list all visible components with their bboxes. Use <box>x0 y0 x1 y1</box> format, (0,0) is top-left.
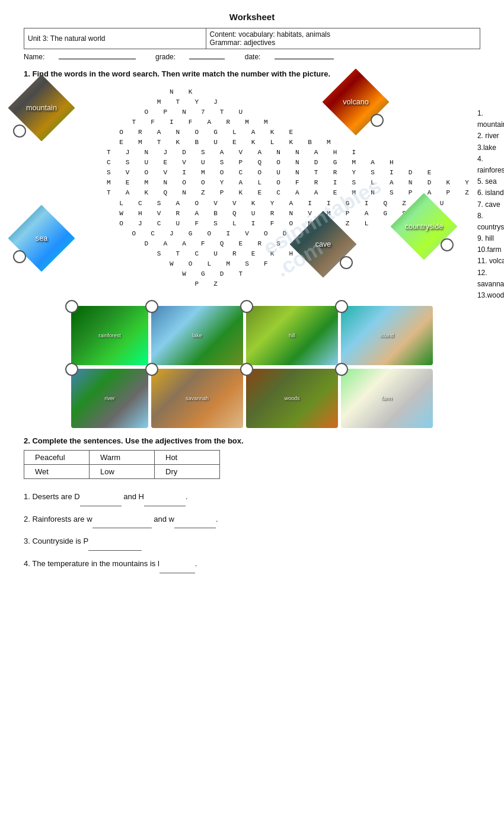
header-table: Unit 3: The natural world Content: vocab… <box>24 28 480 49</box>
header-unit: Unit 3: The natural world <box>24 28 206 49</box>
sentence-2: 2. Rainforests are w and w . <box>24 511 480 529</box>
adj-low: Low <box>90 465 155 479</box>
grade-field[interactable] <box>189 59 225 59</box>
vocab-item: 11. volcano <box>477 256 504 267</box>
circle-bullet-3 <box>371 114 384 127</box>
section1-instruction: 1. Find the words in the word search. Th… <box>24 69 480 78</box>
island-image: island <box>341 306 433 365</box>
vocab-item: 10.farm <box>477 244 504 256</box>
word-search-grid: N K M T Y J O P N 7 T U T F I F A R M M … <box>107 87 471 289</box>
blank-dry[interactable] <box>80 489 122 506</box>
mountain-image-diamond: mountain <box>18 84 65 133</box>
blank-warm[interactable] <box>174 511 216 529</box>
date-field[interactable] <box>275 59 334 59</box>
farm-image: farm <box>341 369 433 428</box>
blank-wet[interactable] <box>92 511 152 529</box>
vocab-item: 12. savannah <box>477 267 504 290</box>
name-label: Name: <box>24 53 44 61</box>
lake-image: lake <box>151 306 243 365</box>
vocab-item: 8. countryside <box>477 210 504 233</box>
adj-dry: Dry <box>155 465 220 479</box>
sentence-3: 3. Countryside is P <box>24 533 480 551</box>
blank-hot[interactable] <box>144 489 186 506</box>
adj-wet: Wet <box>24 465 90 479</box>
savannah-image: savannah <box>151 369 243 428</box>
vocab-item: 2. river <box>477 130 504 142</box>
vocab-list: 1. mountain2. river3.lake4. rainforest5.… <box>471 84 504 301</box>
adj-warm: Warm <box>90 451 155 465</box>
circle-bullet-1 <box>13 124 26 138</box>
fill-sentences: 1. Deserts are D and H . 2. Rainforests … <box>24 489 480 573</box>
circle-bullet-4 <box>340 256 353 269</box>
section2-instruction: 2. Complete the sentences. Use the adjec… <box>24 436 480 445</box>
vocab-item: 13.woods <box>477 290 504 301</box>
date-label: date: <box>245 53 261 61</box>
vocab-item: 1. mountain <box>477 108 504 130</box>
page-title: Worksheet <box>24 12 480 22</box>
hill-image: hill <box>246 306 338 365</box>
circle-bullet-5 <box>441 238 454 251</box>
name-field[interactable] <box>59 59 136 59</box>
name-line: Name: grade: date: <box>24 53 480 61</box>
rainforest-image: rainforest <box>71 306 148 365</box>
vocab-item: 4. rainforest <box>477 154 504 176</box>
blank-peaceful[interactable] <box>88 533 142 551</box>
vocab-item: 5. sea <box>477 176 504 187</box>
circle-bullet-2 <box>13 250 26 263</box>
adjective-table: Peaceful Warm Hot Wet Low Dry <box>24 450 220 479</box>
images-row-2: river savannah woods farm <box>24 369 480 428</box>
sentence-4: 4. The temperature in the mountains is l… <box>24 556 480 573</box>
vocab-item: 3.lake <box>477 142 504 154</box>
blank-low[interactable] <box>160 556 195 573</box>
adj-peaceful: Peaceful <box>24 451 90 465</box>
vocab-item: 9. hill <box>477 233 504 244</box>
header-content: Content: vocabulary: habitats, animals G… <box>206 28 480 49</box>
vocab-item: 7. cave <box>477 199 504 210</box>
sentence-1: 1. Deserts are D and H . <box>24 489 480 506</box>
adj-hot: Hot <box>155 451 220 465</box>
images-row-1: rainforest lake hill island <box>24 306 480 365</box>
river-image: river <box>71 369 148 428</box>
woods-image: woods <box>246 369 338 428</box>
vocab-item: 6. island <box>477 187 504 199</box>
grade-label: grade: <box>155 53 176 61</box>
